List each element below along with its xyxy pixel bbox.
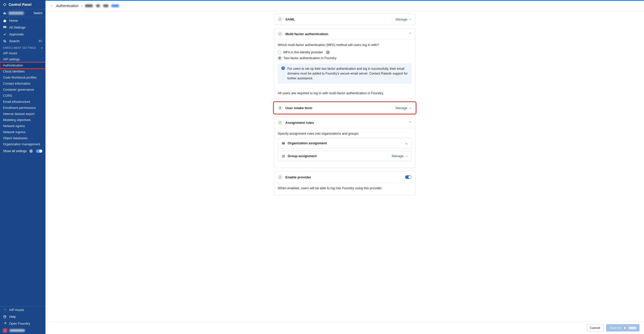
- nav-all-settings[interactable]: All Settings: [0, 24, 45, 31]
- mfa-title: Multi-factor authentication: [285, 32, 406, 36]
- sidebar-item-aip-assist[interactable]: AIP Assist: [0, 50, 45, 56]
- chevron-right-icon: ›: [81, 4, 82, 8]
- card-mfa: ✓ Multi-factor authentication ⌃ Which mu…: [274, 28, 415, 99]
- main: ← Authentication › ✓ SAML Manage →: [45, 0, 644, 334]
- svg-rect-15: [284, 142, 284, 143]
- mfa-option-foundry[interactable]: Two-factor authentication in Foundry: [278, 55, 412, 61]
- svg-rect-8: [4, 27, 5, 28]
- breadcrumb-redacted-1: [85, 5, 93, 7]
- svg-rect-13: [283, 142, 283, 143]
- group-icon: [282, 154, 285, 158]
- nav-home[interactable]: Home: [0, 17, 45, 24]
- avatar: [3, 328, 7, 332]
- svg-point-16: [282, 155, 283, 156]
- sidebar-item-organization-management[interactable]: Organization management: [0, 141, 45, 147]
- show-all-toggle[interactable]: [36, 149, 42, 153]
- breadcrumb-redacted-4: [111, 5, 119, 7]
- arrow-right-icon: →: [408, 106, 412, 110]
- card-assignment-rules: ✓ Assignment rules ⌃ Specify assignment …: [274, 117, 415, 168]
- saml-title: SAML: [285, 17, 392, 21]
- group-assignment-row: Group assignment Manage →: [278, 151, 412, 161]
- org-icon: [282, 141, 285, 145]
- svg-rect-5: [4, 26, 5, 27]
- chevron-down-icon[interactable]: ⌄: [405, 141, 408, 145]
- content-scroll[interactable]: ✓ SAML Manage → ✓ Multi-factor authentic…: [45, 11, 644, 321]
- sidebar-item-container-governance[interactable]: Container governance: [0, 87, 45, 93]
- bottom-open-foundry[interactable]: Open Foundry: [0, 320, 45, 327]
- sidebar-item-network-egress[interactable]: Network egress: [0, 123, 45, 129]
- svg-rect-2: [5, 12, 5, 14]
- status-check-icon: ✓: [278, 120, 282, 125]
- sidebar-item-code-workbook-profiles[interactable]: Code Workbook profiles: [0, 75, 45, 81]
- status-check-icon: ✓: [278, 32, 282, 36]
- card-saml: ✓ SAML Manage →: [274, 14, 415, 25]
- svg-rect-1: [4, 13, 4, 14]
- sidebar-item-cors[interactable]: CORS: [0, 93, 45, 99]
- help-icon: [3, 315, 7, 319]
- breadcrumb-root[interactable]: Authentication: [56, 4, 79, 8]
- sidebar-item-email-infrastructure[interactable]: Email infrastructure: [0, 99, 45, 105]
- sidebar-item-enrollment-permissions[interactable]: Enrollment permissions: [0, 105, 45, 111]
- intake-manage-link[interactable]: Manage →: [395, 106, 412, 110]
- info-icon[interactable]: i: [29, 149, 33, 153]
- arrow-right-icon: →: [405, 154, 408, 158]
- grid-icon: [3, 26, 7, 29]
- back-icon[interactable]: ←: [50, 4, 54, 8]
- chevron-down-icon: ▾: [41, 46, 43, 49]
- save-button[interactable]: Save for 📋: [606, 324, 639, 331]
- svg-point-17: [283, 155, 284, 156]
- sidebar-item-network-ingress[interactable]: Network ingress: [0, 129, 45, 135]
- collapse-chevron[interactable]: ⌃: [409, 121, 412, 125]
- org-icon: 📋: [623, 326, 627, 330]
- sidebar-item-modeling-objectives[interactable]: Modeling objectives: [0, 117, 45, 123]
- mfa-info-callout: i For users to set up their two factor a…: [278, 63, 412, 84]
- switch-link[interactable]: Switch: [34, 11, 42, 15]
- svg-point-10: [4, 40, 6, 42]
- status-check-icon: ✓: [278, 17, 282, 21]
- bottom-aip-assist[interactable]: AIP Assist: [0, 306, 45, 313]
- svg-rect-12: [282, 142, 285, 144]
- svg-rect-14: [283, 142, 284, 143]
- section-enrollment-settings[interactable]: ENROLLMENT SETTINGS ▾: [0, 44, 45, 50]
- sidebar-item-aip-settings[interactable]: AIP settings: [0, 56, 45, 62]
- radio-checked[interactable]: [278, 56, 281, 60]
- sidebar-item-internal-dataset-export[interactable]: Internal dataset export: [0, 111, 45, 117]
- card-enable-provider: ✓ Enable provider When enabled, users wi…: [274, 172, 415, 195]
- enable-title: Enable provider: [285, 175, 402, 179]
- arrow-right-icon: →: [408, 17, 412, 21]
- sidebar-org-switch[interactable]: Switch: [0, 9, 45, 17]
- sidebar-item-contact-information[interactable]: Contact information: [0, 81, 45, 87]
- app-title: Control Panel: [9, 3, 32, 7]
- collapse-chevron[interactable]: ⌃: [409, 32, 412, 36]
- nav-search[interactable]: Search ⌘J: [0, 38, 45, 44]
- sidebar-item-authentication[interactable]: Authentication: [0, 62, 45, 68]
- mfa-option-idp[interactable]: MFA in the identity provider i: [278, 49, 412, 55]
- save-target-redacted: [629, 327, 636, 329]
- group-manage-link[interactable]: Manage →: [392, 154, 408, 158]
- rules-prompt: Specify assignment rules into organizati…: [278, 129, 412, 138]
- enable-provider-toggle[interactable]: [405, 175, 412, 179]
- sidebar-item-object-databases[interactable]: Object databases: [0, 135, 45, 141]
- org-assignment-row[interactable]: Organization assignment ⌄: [278, 138, 412, 148]
- sidebar-item-cloud-identities[interactable]: Cloud identities: [0, 68, 45, 75]
- search-shortcut: ⌘J: [38, 39, 43, 43]
- footer: Cancel Save for 📋: [45, 321, 644, 334]
- home-icon: [3, 19, 7, 22]
- rules-title: Assignment rules: [285, 121, 406, 125]
- breadcrumb-redacted-2: [96, 5, 100, 7]
- cancel-button[interactable]: Cancel: [587, 324, 603, 331]
- svg-rect-4: [3, 26, 4, 27]
- logo-icon: [3, 3, 7, 6]
- external-link-icon: [3, 322, 7, 325]
- sidebar: Control Panel Switch Home All Settings A…: [0, 0, 45, 334]
- bottom-user-row[interactable]: [0, 327, 45, 334]
- radio-unchecked[interactable]: [278, 51, 281, 54]
- info-icon[interactable]: i: [326, 51, 330, 54]
- bottom-help[interactable]: Help: [0, 313, 45, 320]
- saml-manage-link[interactable]: Manage →: [395, 17, 412, 21]
- status-check-icon: ✓: [278, 175, 282, 179]
- nav-approvals[interactable]: Approvals: [0, 31, 45, 38]
- enable-description: When enabled, users will be able to log …: [278, 183, 412, 191]
- sparkle-icon: [3, 308, 7, 312]
- intake-title: User intake form: [285, 106, 392, 110]
